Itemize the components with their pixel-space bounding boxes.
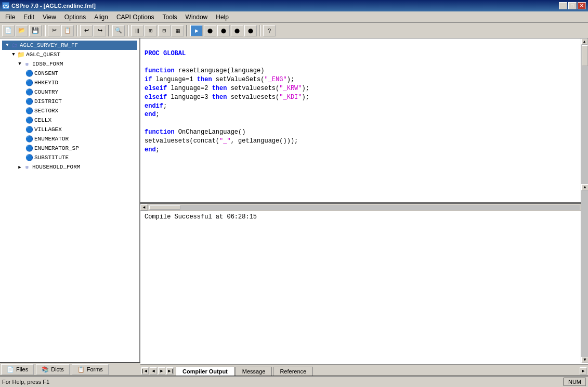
- left-panel: ▼ 🗂 AGLC_SURVEY_RW_FF ▼ 📁 AGLC_QUEST ▼ ⊞…: [0, 38, 140, 376]
- tree-substitute[interactable]: 🔵 SUBSTITUTE: [2, 153, 137, 162]
- expand-icon-ids0: ▼: [17, 61, 23, 67]
- logic-btn1[interactable]: |||: [131, 25, 143, 36]
- forms-label: Forms: [87, 366, 103, 372]
- enumerator-icon: 🔵: [25, 135, 33, 143]
- tree-ids0-label: IDS0_FORM: [32, 61, 63, 67]
- copy-button[interactable]: 📋: [61, 25, 74, 36]
- tree-district-label: DISTRICT: [34, 98, 62, 105]
- menu-window[interactable]: Window: [181, 12, 212, 22]
- help-toolbar-button[interactable]: ?: [263, 25, 276, 36]
- hscroll-track: [149, 205, 580, 210]
- enumerator-sp-icon: 🔵: [25, 144, 33, 152]
- expand-icon-root: ▼: [4, 43, 10, 48]
- run-btn2[interactable]: ⬤: [204, 25, 216, 36]
- output-scroll-track: [581, 190, 588, 357]
- new-button[interactable]: 📄: [2, 25, 15, 36]
- bottom-tabs: |◄ ◄ ► ►| Compiler Output Message Refere…: [140, 364, 588, 376]
- tree-enumerator-sp-label: ENUMERATOR_SP: [34, 145, 79, 151]
- window-title: CSPro 7.0 - [AGLC.endline.fmf]: [11, 3, 96, 9]
- tab-message[interactable]: Message: [236, 367, 272, 376]
- db-icon: 🗂: [10, 41, 19, 49]
- close-button[interactable]: ✕: [578, 2, 586, 9]
- tree-ids0-form[interactable]: ▼ ⊞ IDS0_FORM: [2, 59, 137, 69]
- country-icon: 🔵: [25, 88, 33, 96]
- logic-btn3[interactable]: ⊟: [158, 25, 171, 36]
- tree-enumerator-sp[interactable]: 🔵 ENUMERATOR_SP: [2, 144, 137, 153]
- toolbar-sep3: [108, 25, 110, 36]
- menu-capi-options[interactable]: CAPI Options: [112, 12, 159, 22]
- tree-household-label: HOUSEHOLD_FORM: [32, 164, 80, 170]
- tab-scroll-right[interactable]: ►: [580, 367, 587, 375]
- tree-aglc-quest[interactable]: ▼ 📁 AGLC_QUEST: [2, 50, 137, 59]
- tree-hhkeyid[interactable]: 🔵 HHKEYID: [2, 78, 137, 87]
- menu-tools[interactable]: Tools: [159, 12, 181, 22]
- tab-compiler-output[interactable]: Compiler Output: [176, 367, 234, 376]
- menu-view[interactable]: View: [38, 12, 60, 22]
- code-hscrollbar[interactable]: ◄ ►: [140, 204, 588, 211]
- run-btn3[interactable]: ⬤: [217, 25, 230, 36]
- run-btn4[interactable]: ⬤: [231, 25, 243, 36]
- tree-consent-label: CONSENT: [34, 70, 58, 76]
- run-btn5[interactable]: ⬤: [244, 25, 257, 36]
- scroll-up-btn[interactable]: ▲: [581, 38, 587, 45]
- cut-button[interactable]: ✂: [48, 25, 60, 36]
- maximize-button[interactable]: □: [568, 2, 577, 9]
- status-bar: For Help, press F1 NUM: [0, 376, 588, 387]
- open-button[interactable]: 📂: [16, 25, 28, 36]
- find-button[interactable]: 🔍: [112, 25, 125, 36]
- tree-cellx[interactable]: 🔵 CELLX: [2, 115, 137, 125]
- code-scrollbar-v[interactable]: ▲ ▼: [581, 38, 588, 203]
- menu-edit[interactable]: Edit: [19, 12, 38, 22]
- tab-nav-first[interactable]: |◄: [141, 367, 149, 375]
- output-scroll-down[interactable]: ▼: [581, 357, 588, 363]
- tree-root-label: AGLC_SURVEY_RW_FF: [20, 42, 78, 48]
- tree-villagex[interactable]: 🔵 VILLAGEX: [2, 125, 137, 134]
- tree-hhkeyid-label: HHKEYID: [34, 80, 58, 86]
- toolbar-sep4: [127, 25, 129, 36]
- scroll-track: [581, 45, 588, 197]
- tree-district[interactable]: 🔵 DISTRICT: [2, 97, 137, 106]
- menu-help[interactable]: Help: [212, 12, 233, 22]
- tree-household-form[interactable]: ▶ ⊞ HOUSEHOLD_FORM: [2, 162, 137, 172]
- menu-align[interactable]: Align: [90, 12, 112, 22]
- output-panel: Compile Successful at 06:28:15 ▲ ▼ |◄ ◄ …: [140, 211, 588, 376]
- run-btn1[interactable]: ▶: [190, 25, 203, 36]
- menu-options[interactable]: Options: [60, 12, 90, 22]
- tab-nav-next[interactable]: ►: [158, 367, 165, 375]
- tab-nav-last[interactable]: ►|: [166, 367, 174, 375]
- household-icon: ⊞: [23, 163, 31, 171]
- sectorx-icon: 🔵: [25, 107, 33, 115]
- tree-sectorx[interactable]: 🔵 SECTORX: [2, 106, 137, 115]
- substitute-icon: 🔵: [25, 153, 33, 162]
- num-indicator: NUM: [564, 378, 586, 386]
- toolbar-sep5: [186, 25, 188, 36]
- save-button[interactable]: 💾: [29, 25, 42, 36]
- undo-button[interactable]: ↩: [80, 25, 93, 36]
- code-editor[interactable]: PROC GLOBAL function resetLanguage(langu…: [140, 38, 581, 203]
- files-icon: 📄: [7, 366, 14, 373]
- tree-country-label: COUNTRY: [34, 89, 58, 95]
- files-tab[interactable]: 📄 Files: [1, 364, 34, 375]
- tree-consent[interactable]: 🔵 CONSENT: [2, 69, 137, 78]
- output-scrollbar-v[interactable]: ▲ ▼: [581, 184, 588, 363]
- tree-quest-label: AGLC_QUEST: [26, 51, 60, 58]
- hscroll-left-btn[interactable]: ◄: [140, 204, 148, 211]
- minimize-button[interactable]: ─: [559, 2, 567, 9]
- logic-btn4[interactable]: ▦: [172, 25, 184, 36]
- tab-nav-prev[interactable]: ◄: [150, 367, 157, 375]
- tab-reference[interactable]: Reference: [273, 367, 313, 376]
- tree-country[interactable]: 🔵 COUNTRY: [2, 87, 137, 97]
- hscroll-thumb[interactable]: [149, 205, 180, 210]
- district-icon: 🔵: [25, 97, 33, 106]
- tree-enumerator[interactable]: 🔵 ENUMERATOR: [2, 134, 137, 144]
- redo-button[interactable]: ↪: [94, 25, 106, 36]
- forms-tab[interactable]: 📋 Forms: [72, 364, 109, 375]
- logic-btn2[interactable]: ⊞: [145, 25, 157, 36]
- menu-file[interactable]: File: [1, 12, 19, 22]
- dicts-tab[interactable]: 📚 Dicts: [36, 364, 69, 375]
- tree-root[interactable]: ▼ 🗂 AGLC_SURVEY_RW_FF: [2, 41, 137, 50]
- expand-icon-quest: ▼: [10, 52, 17, 57]
- scroll-thumb[interactable]: [582, 45, 588, 66]
- main-content: ▼ 🗂 AGLC_SURVEY_RW_FF ▼ 📁 AGLC_QUEST ▼ ⊞…: [0, 38, 588, 376]
- output-scroll-up[interactable]: ▲: [581, 184, 588, 190]
